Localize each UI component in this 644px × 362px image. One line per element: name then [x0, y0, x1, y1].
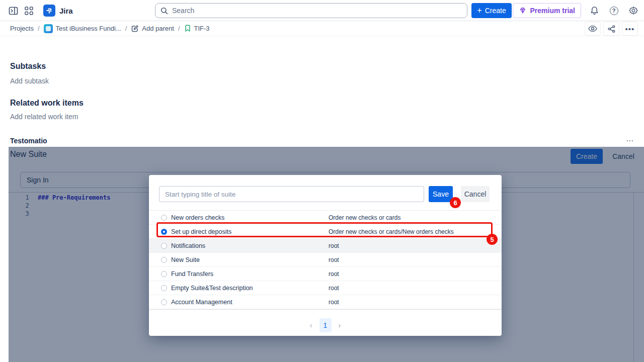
radio-icon[interactable]: [161, 257, 167, 263]
radio-icon[interactable]: [161, 271, 167, 277]
add-parent-button[interactable]: Add parent: [131, 25, 174, 33]
premium-trial-button[interactable]: Premium trial: [513, 3, 581, 18]
add-subtask-button[interactable]: Add subtask: [10, 77, 49, 85]
sidebar-toggle-icon[interactable]: [7, 4, 20, 17]
radio-selected-icon[interactable]: [161, 229, 167, 235]
suite-row[interactable]: Account Managementroot: [149, 295, 502, 309]
edit-pencil-icon: [131, 25, 139, 33]
suite-path: root: [329, 242, 339, 249]
help-icon[interactable]: ?: [607, 4, 620, 17]
save-button[interactable]: Save: [429, 186, 453, 202]
pagination: ‹ 1 ›: [149, 318, 502, 333]
suite-title: Notifications: [171, 242, 205, 249]
suite-path: Order new checks or cards/New orders che…: [329, 228, 454, 235]
testomatio-heading: Testomatio: [10, 137, 47, 145]
suite-title: Fund Transfers: [171, 270, 213, 278]
prev-page-icon[interactable]: ‹: [310, 321, 312, 329]
suite-picker-modal: Save Cancel New orders checksOrder new c…: [149, 175, 502, 336]
app-title: Jira: [59, 7, 73, 15]
project-avatar: [44, 24, 53, 33]
suite-search-input[interactable]: [159, 186, 424, 202]
breadcrumb-projects[interactable]: Projects: [10, 25, 34, 32]
suite-row[interactable]: Empty Suite&Test descriptionroot: [149, 281, 502, 295]
radio-icon[interactable]: [161, 285, 167, 291]
page-number[interactable]: 1: [319, 318, 332, 332]
search-placeholder: Search: [172, 7, 194, 15]
suite-title: Set up direct deposits: [171, 228, 231, 235]
suite-path: root: [329, 299, 339, 306]
suite-title: Account Management: [171, 299, 232, 306]
related-items-heading: Related work items: [10, 99, 84, 108]
jira-logo-icon[interactable]: [43, 5, 55, 17]
suite-row[interactable]: Fund Transfersroot: [149, 267, 502, 281]
story-bookmark-icon: [184, 25, 191, 32]
subtasks-heading: Subtasks: [10, 62, 46, 71]
radio-icon[interactable]: [161, 243, 167, 249]
suite-row[interactable]: Notificationsroot: [149, 239, 502, 253]
add-related-item-button[interactable]: Add related work item: [10, 113, 78, 121]
suite-path: root: [329, 256, 339, 263]
breadcrumb-project[interactable]: Test iBusiness Fundi...: [44, 24, 121, 33]
breadcrumb: Projects / Test iBusiness Fundi... / Add…: [0, 21, 644, 36]
more-actions-icon[interactable]: •••: [622, 22, 638, 36]
breadcrumb-issue[interactable]: TIF-3: [184, 25, 210, 32]
search-icon: [160, 7, 168, 15]
suite-path: Order new checks or cards: [329, 214, 400, 221]
suite-title: New orders checks: [171, 214, 224, 221]
notifications-bell-icon[interactable]: [588, 4, 601, 17]
testomatio-more-icon[interactable]: ⋯: [623, 135, 637, 146]
suite-list: New orders checksOrder new checks or car…: [149, 210, 502, 310]
suite-row[interactable]: New orders checksOrder new checks or car…: [149, 211, 502, 225]
suite-row[interactable]: New Suiteroot: [149, 253, 502, 267]
watch-eye-icon[interactable]: [585, 22, 601, 36]
suite-path: root: [329, 285, 339, 292]
global-search[interactable]: Search: [155, 3, 467, 18]
gem-icon: [519, 7, 527, 15]
suite-row[interactable]: Set up direct depositsOrder new checks o…: [149, 225, 502, 239]
radio-icon[interactable]: [161, 215, 167, 221]
share-icon[interactable]: [603, 22, 619, 36]
next-page-icon[interactable]: ›: [339, 321, 341, 329]
plus-icon: +: [477, 6, 481, 15]
app-switcher-icon[interactable]: [22, 4, 35, 17]
settings-gear-icon[interactable]: [627, 4, 640, 17]
suite-title: New Suite: [171, 256, 200, 263]
suite-title: Empty Suite&Test description: [171, 285, 253, 292]
top-navigation: Jira Search + Create Premium trial ?: [0, 0, 644, 21]
create-button[interactable]: + Create: [471, 3, 512, 18]
cancel-button[interactable]: Cancel: [461, 186, 490, 202]
suite-path: root: [329, 270, 339, 278]
radio-icon[interactable]: [161, 299, 167, 305]
